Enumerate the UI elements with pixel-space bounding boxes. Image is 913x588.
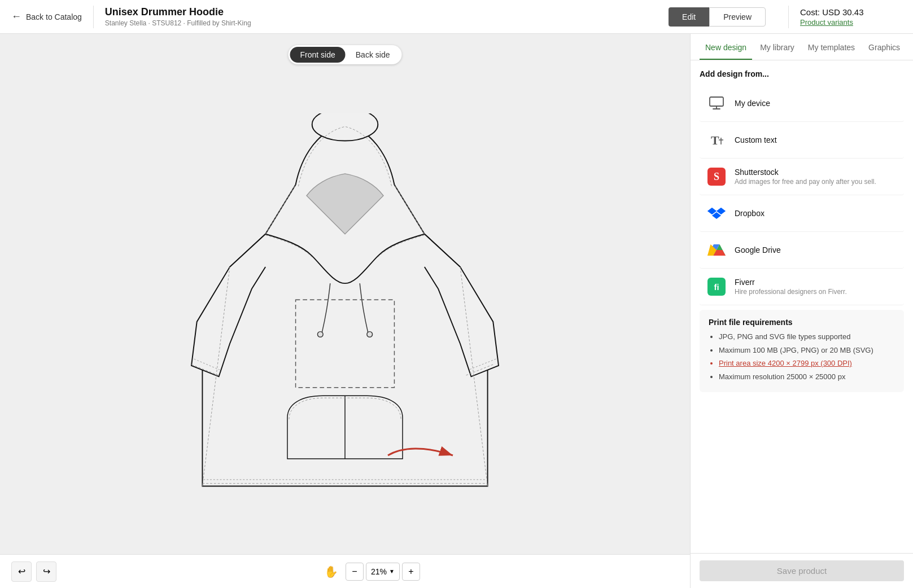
- app-header: ← Back to Catalog Unisex Drummer Hoodie …: [0, 0, 913, 34]
- svg-rect-5: [710, 97, 723, 106]
- device-icon: [706, 93, 727, 113]
- my-device-option[interactable]: My device: [700, 85, 904, 122]
- canvas-area: Front side Back side: [0, 34, 690, 588]
- zoom-controls: − 21% ▼ +: [346, 563, 420, 581]
- my-device-title: My device: [735, 99, 897, 108]
- zoom-section: ✋ − 21% ▼ +: [62, 561, 679, 582]
- fiverr-title: Fiverr: [735, 278, 897, 287]
- google-drive-text: Google Drive: [735, 245, 897, 254]
- bottom-toolbar: ↩ ↪ ✋ − 21% ▼ +: [0, 554, 690, 588]
- preview-button[interactable]: Preview: [709, 7, 766, 27]
- save-product-button[interactable]: Save product: [700, 560, 904, 581]
- dropbox-title: Dropbox: [735, 209, 897, 218]
- google-drive-option[interactable]: Google Drive: [700, 232, 904, 269]
- custom-text-icon: T: [706, 130, 727, 150]
- back-to-catalog-label: Back to Catalog: [26, 12, 82, 21]
- shutterstock-text: Shutterstock Add images for free and pay…: [735, 168, 897, 186]
- product-subtitle: Stanley Stella · STSU812 · Fulfilled by …: [105, 19, 669, 27]
- product-info: Unisex Drummer Hoodie Stanley Stella · S…: [105, 6, 669, 27]
- hoodie-preview: [0, 34, 690, 554]
- save-section: Save product: [691, 553, 913, 588]
- back-arrow-icon: ←: [11, 11, 21, 23]
- fiverr-text: Fiverr Hire professional designers on Fi…: [735, 278, 897, 296]
- right-panel: New design My library My templates Graph…: [690, 34, 913, 588]
- hoodie-illustration: [181, 113, 509, 497]
- panel-tabs: New design My library My templates Graph…: [691, 34, 913, 60]
- svg-text:T: T: [711, 133, 719, 147]
- cost-section: Cost: USD 30.43 Product variants: [800, 7, 902, 27]
- custom-text-option[interactable]: T Custom text: [700, 122, 904, 159]
- print-requirements: Print file requirements JPG, PNG and SVG…: [700, 310, 904, 392]
- print-req-item-3: Maximum resolution 25000 × 25000 px: [719, 371, 895, 383]
- add-design-label: Add design from...: [700, 69, 904, 78]
- back-side-button[interactable]: Back side: [346, 47, 400, 63]
- fiverr-subtitle: Hire professional designers on Fiverr.: [735, 288, 897, 296]
- dropbox-text: Dropbox: [735, 209, 897, 218]
- print-req-item-2: Print area size 4200 × 2799 px (300 DPI): [719, 358, 895, 369]
- product-variants-link[interactable]: Product variants: [800, 18, 853, 27]
- tab-new-design[interactable]: New design: [700, 36, 752, 60]
- front-side-button[interactable]: Front side: [290, 47, 346, 63]
- tab-my-library[interactable]: My library: [754, 36, 800, 60]
- shutterstock-icon: S: [706, 166, 727, 187]
- svg-point-1: [317, 332, 323, 337]
- shutterstock-subtitle: Add images for free and pay only after y…: [735, 178, 897, 186]
- side-toggle: Front side Back side: [289, 45, 402, 64]
- redo-button[interactable]: ↪: [36, 561, 56, 582]
- zoom-in-button[interactable]: +: [402, 563, 420, 581]
- zoom-out-button[interactable]: −: [346, 563, 364, 581]
- dropbox-option[interactable]: Dropbox: [700, 195, 904, 232]
- print-req-item-1: Maximum 100 MB (JPG, PNG) or 20 MB (SVG): [719, 345, 895, 356]
- panel-body: Add design from... My device T Custom te…: [691, 60, 913, 553]
- print-req-title: Print file requirements: [709, 318, 895, 327]
- dropbox-icon: [706, 203, 727, 223]
- header-divider: [93, 6, 94, 28]
- google-drive-title: Google Drive: [735, 245, 897, 254]
- shutterstock-option[interactable]: S Shutterstock Add images for free and p…: [700, 159, 904, 195]
- history-controls: ↩ ↪: [11, 561, 56, 582]
- svg-point-2: [367, 332, 373, 337]
- product-title: Unisex Drummer Hoodie: [105, 6, 669, 18]
- zoom-display: 21% ▼: [366, 563, 400, 581]
- zoom-value: 21%: [371, 567, 387, 576]
- print-req-list: JPG, PNG and SVG file types supported Ma…: [709, 331, 895, 382]
- header-actions: Edit Preview: [669, 7, 766, 27]
- shutterstock-title: Shutterstock: [735, 168, 897, 177]
- tab-graphics[interactable]: Graphics: [863, 36, 906, 60]
- custom-text-title: Custom text: [735, 135, 897, 144]
- header-divider-2: [788, 6, 789, 28]
- main-content: Front side Back side: [0, 34, 913, 588]
- tabs-container: New design My library My templates Graph…: [700, 34, 904, 60]
- print-req-item-0: JPG, PNG and SVG file types supported: [719, 331, 895, 343]
- undo-button[interactable]: ↩: [11, 561, 32, 582]
- tab-my-templates[interactable]: My templates: [802, 36, 860, 60]
- back-to-catalog-link[interactable]: ← Back to Catalog: [11, 11, 82, 23]
- cost-label: Cost: USD 30.43: [800, 7, 864, 17]
- fiverr-option[interactable]: fi Fiverr Hire professional designers on…: [700, 269, 904, 305]
- svg-point-0: [312, 113, 378, 141]
- hand-tool-icon[interactable]: ✋: [321, 561, 341, 582]
- my-device-text: My device: [735, 99, 897, 108]
- google-drive-icon: [706, 240, 727, 260]
- custom-text-text: Custom text: [735, 135, 897, 144]
- fiverr-icon: fi: [706, 277, 727, 297]
- edit-button[interactable]: Edit: [669, 7, 709, 27]
- zoom-dropdown-icon[interactable]: ▼: [389, 568, 395, 574]
